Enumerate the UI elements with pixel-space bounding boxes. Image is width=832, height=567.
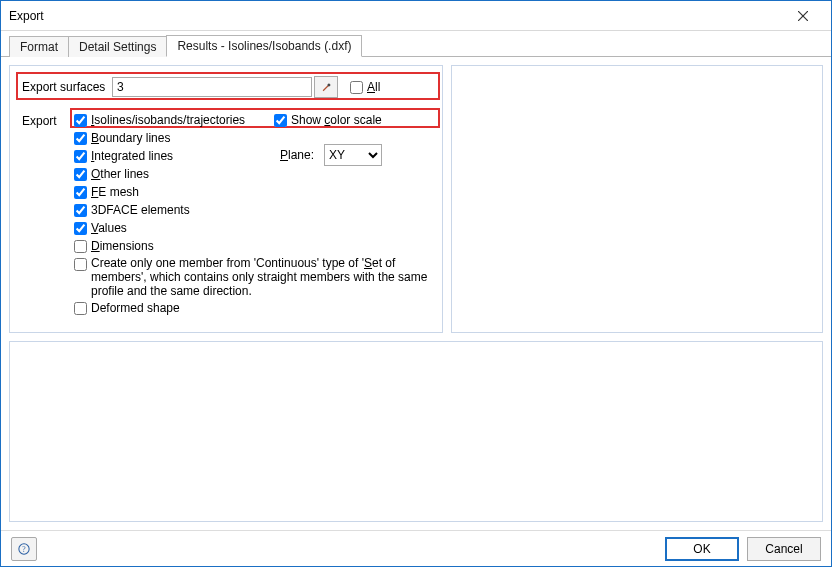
export-options: Isolines/isobands/trajectories Show colo… — [74, 112, 444, 318]
all-checkbox[interactable] — [350, 81, 363, 94]
tab-format[interactable]: Format — [9, 36, 69, 57]
deformed-shape-checkbox[interactable] — [74, 302, 87, 315]
3dface-checkbox[interactable] — [74, 204, 87, 217]
other-lines-label: Other lines — [91, 166, 149, 182]
options-panel: Export surfaces All Export — [9, 65, 443, 333]
tab-detail-settings[interactable]: Detail Settings — [68, 36, 167, 57]
all-label: All — [367, 80, 380, 94]
dimensions-checkbox-row[interactable]: Dimensions — [74, 238, 444, 254]
show-color-scale-checkbox[interactable] — [274, 114, 287, 127]
other-lines-checkbox-row[interactable]: Other lines — [74, 166, 444, 182]
show-color-scale-label: Show color scale — [291, 112, 382, 128]
eyedropper-icon — [321, 81, 331, 93]
plane-row: Plane: XY — [280, 144, 382, 166]
export-label: Export — [22, 114, 57, 128]
footer: ? OK Cancel — [1, 530, 831, 566]
help-button[interactable]: ? — [11, 537, 37, 561]
pick-surfaces-button[interactable] — [314, 76, 338, 98]
continuous-member-checkbox-row[interactable]: Create only one member from 'Continuous'… — [74, 256, 444, 298]
dimensions-checkbox[interactable] — [74, 240, 87, 253]
titlebar: Export — [1, 1, 831, 31]
tab-results[interactable]: Results - Isolines/Isobands (.dxf) — [166, 35, 362, 57]
isolines-label: Isolines/isobands/trajectories — [91, 112, 245, 128]
export-surfaces-input[interactable] — [112, 77, 312, 97]
content-area: Export surfaces All Export — [1, 57, 831, 530]
show-color-scale-checkbox-row[interactable]: Show color scale — [274, 112, 444, 128]
values-checkbox[interactable] — [74, 222, 87, 235]
deformed-shape-label: Deformed shape — [91, 300, 180, 316]
export-dialog: Export Format Detail Settings Results - … — [0, 0, 832, 567]
integrated-lines-checkbox-row[interactable]: Integrated lines — [74, 148, 444, 164]
fe-mesh-checkbox-row[interactable]: FE mesh — [74, 184, 444, 200]
tab-row: Format Detail Settings Results - Isoline… — [1, 31, 831, 57]
3dface-checkbox-row[interactable]: 3DFACE elements — [74, 202, 444, 218]
svg-text:?: ? — [22, 544, 26, 553]
export-surfaces-label: Export surfaces — [22, 80, 112, 94]
integrated-lines-label: Integrated lines — [91, 148, 173, 164]
continuous-member-checkbox[interactable] — [74, 258, 87, 271]
fe-mesh-label: FE mesh — [91, 184, 139, 200]
ok-button[interactable]: OK — [665, 537, 739, 561]
lower-panel — [9, 341, 823, 522]
other-lines-checkbox[interactable] — [74, 168, 87, 181]
fe-mesh-checkbox[interactable] — [74, 186, 87, 199]
help-icon: ? — [18, 542, 30, 556]
dimensions-label: Dimensions — [91, 238, 154, 254]
plane-label: Plane: — [280, 148, 314, 162]
values-checkbox-row[interactable]: Values — [74, 220, 444, 236]
window-title: Export — [9, 9, 783, 23]
preview-panel — [451, 65, 823, 333]
continuous-member-label: Create only one member from 'Continuous'… — [91, 256, 444, 298]
close-icon — [798, 11, 808, 21]
isolines-checkbox-row[interactable]: Isolines/isobands/trajectories — [74, 112, 274, 128]
boundary-lines-checkbox[interactable] — [74, 132, 87, 145]
cancel-button[interactable]: Cancel — [747, 537, 821, 561]
boundary-lines-label: Boundary lines — [91, 130, 170, 146]
plane-select[interactable]: XY — [324, 144, 382, 166]
integrated-lines-checkbox[interactable] — [74, 150, 87, 163]
3dface-label: 3DFACE elements — [91, 202, 190, 218]
export-surfaces-row: Export surfaces All — [22, 76, 380, 98]
all-checkbox-row[interactable]: All — [350, 80, 380, 94]
close-button[interactable] — [783, 2, 823, 30]
isolines-checkbox[interactable] — [74, 114, 87, 127]
deformed-shape-checkbox-row[interactable]: Deformed shape — [74, 300, 444, 316]
values-label: Values — [91, 220, 127, 236]
boundary-lines-checkbox-row[interactable]: Boundary lines — [74, 130, 444, 146]
